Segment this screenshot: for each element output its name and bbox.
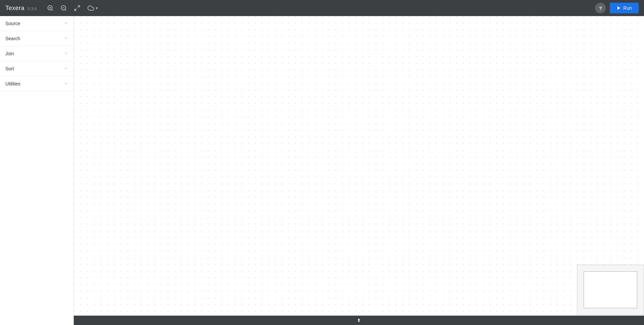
zoom-out-button[interactable] (58, 3, 69, 13)
cloud-icon (87, 5, 95, 11)
fit-icon (74, 5, 80, 11)
svg-rect-11 (74, 16, 644, 325)
navbar-left: Texera 0.3.0 (5, 3, 100, 13)
sidebar-item-utilities[interactable]: Utilities (0, 76, 73, 91)
navbar-right: ? Run (595, 3, 639, 13)
zoom-out-icon (60, 5, 67, 11)
app-version: 0.3.0 (28, 7, 37, 11)
run-label: Run (623, 5, 632, 11)
sidebar-item-label-utilities: Utilities (5, 81, 20, 86)
fit-button[interactable] (72, 3, 83, 13)
svg-marker-9 (618, 6, 620, 10)
chevron-down-icon-search (64, 36, 68, 41)
chevron-down-icon-source (64, 21, 68, 26)
toolbar-icons: ▼ (45, 3, 101, 13)
canvas-container[interactable] (74, 16, 644, 325)
run-play-icon (616, 6, 621, 10)
sidebar-item-label-search: Search (5, 36, 20, 41)
sidebar-item-search[interactable]: Search (0, 31, 73, 46)
svg-line-1 (51, 9, 53, 11)
sidebar-item-sort[interactable]: Sort (0, 61, 73, 76)
sidebar-item-label-sort: Sort (5, 66, 14, 71)
chevron-down-icon-sort (64, 66, 68, 71)
minimap-inner (584, 271, 637, 308)
svg-line-5 (65, 9, 66, 11)
cloud-dropdown-arrow: ▼ (95, 6, 99, 10)
app-title: Texera 0.3.0 (5, 5, 37, 12)
run-button[interactable]: Run (610, 3, 639, 13)
dot-pattern-canvas (74, 16, 644, 325)
chevron-down-icon-join (64, 51, 68, 56)
sidebar-item-join[interactable]: Join (0, 46, 73, 61)
minimap-panel (577, 265, 644, 315)
svg-line-7 (77, 6, 79, 8)
cloud-button[interactable]: ▼ (85, 3, 101, 13)
navbar: Texera 0.3.0 (0, 0, 644, 16)
sidebar-item-label-join: Join (5, 51, 14, 56)
chevron-down-icon-utilities (64, 81, 68, 86)
bottom-bar: ⬆ (74, 316, 644, 325)
bottom-chevron-up-icon[interactable]: ⬆ (357, 318, 361, 323)
sidebar-item-source[interactable]: Source (0, 16, 73, 31)
sidebar: SourceSearchJoinSortUtilities (0, 16, 74, 325)
zoom-in-button[interactable] (45, 3, 56, 13)
app-title-text: Texera (5, 5, 24, 11)
main-layout: SourceSearchJoinSortUtilities (0, 0, 644, 325)
help-button[interactable]: ? (595, 3, 606, 13)
zoom-in-icon (47, 5, 54, 11)
svg-line-8 (74, 9, 76, 11)
sidebar-item-label-source: Source (5, 21, 20, 26)
